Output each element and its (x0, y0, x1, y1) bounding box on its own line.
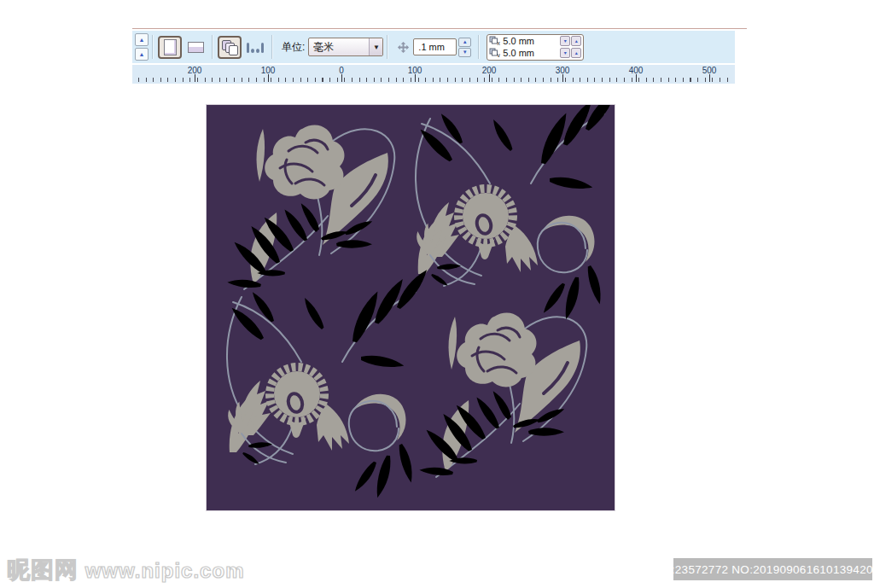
nudge-distance-input[interactable]: .1 mm (413, 38, 457, 55)
watermark-site-url: www.nipic.com (79, 559, 244, 582)
pattern-tile-rose-bottom-right (419, 313, 586, 489)
ruler-major-tick (709, 74, 710, 82)
design-canvas[interactable]: .lf{fill:var(--fol);} .st{stroke:var(--s… (206, 104, 615, 511)
watermark-site-name: 昵图网 (7, 557, 79, 583)
apply-to-all-pages-button[interactable] (218, 36, 242, 59)
floral-pattern-svg: .lf{fill:var(--fol);} .st{stroke:var(--s… (207, 105, 615, 510)
toolbar-scroll-up-button[interactable]: ▲ (135, 33, 149, 46)
units-dropdown[interactable]: 毫米 ▼ (308, 38, 383, 56)
landscape-page-icon (188, 42, 204, 53)
toolbar-separator (478, 35, 480, 59)
landscape-orientation-button[interactable] (184, 36, 207, 59)
ruler-major-tick (195, 74, 195, 82)
horizontal-ruler[interactable]: 2001000100200300400500 (132, 65, 735, 84)
duplicate-x-value[interactable]: 5.0 mm (503, 36, 559, 46)
nudge-offset-icon (397, 41, 410, 54)
duplicate-y-increase-button[interactable]: ▴ (571, 48, 581, 58)
ruler-major-tick (636, 74, 637, 82)
apply-to-current-page-button[interactable] (243, 36, 267, 59)
app-window: ▲ ▲ 单位: 毫米 ▼ (0, 0, 874, 588)
duplicate-y-icon: y (489, 45, 500, 61)
portrait-orientation-button[interactable] (158, 36, 182, 59)
duplicate-x-decrease-button[interactable]: ▾ (560, 36, 570, 46)
duplicate-x-increase-button[interactable]: ▴ (571, 36, 581, 46)
duplicate-distance-group: x 5.0 mm ▾ ▴ y 5.0 mm ▾ ▴ (487, 34, 584, 61)
watermark-site: 昵图网 www.nipic.com (7, 555, 244, 585)
toolbar-scroll-buttons: ▲ ▲ (135, 33, 149, 61)
pattern-tile-rose-top-left (227, 125, 394, 301)
ruler-major-tick (268, 74, 269, 82)
property-bar-top-divider (132, 28, 747, 29)
toolbar-scroll-down-button[interactable]: ▲ (135, 48, 149, 61)
toolbar-separator (387, 35, 388, 59)
ruler-major-tick (489, 74, 490, 82)
svg-text:y: y (498, 52, 501, 58)
image-id-badge: ID:23572772 NO:20190906161013942037 (673, 558, 872, 580)
units-label: 单位: (282, 40, 305, 55)
duplicate-distance-x-row: x 5.0 mm ▾ ▴ (489, 36, 581, 47)
dropdown-arrow-icon[interactable]: ▼ (369, 38, 382, 55)
page-bars-icon (247, 41, 264, 53)
nudge-spinner: ▲ ▼ (458, 38, 471, 57)
ruler-major-tick (341, 74, 342, 82)
stacked-pages-icon (222, 40, 237, 54)
pattern-tile-carnation-top-right (413, 105, 615, 319)
duplicate-y-decrease-button[interactable]: ▾ (560, 48, 570, 58)
toolbar-separator (212, 35, 213, 59)
toolbar-separator (152, 35, 154, 59)
pattern-tile-carnation-bottom-left (224, 270, 431, 498)
portrait-page-icon (164, 39, 177, 55)
toolbar-separator (271, 35, 273, 59)
duplicate-distance-y-row: y 5.0 mm ▾ ▴ (489, 48, 581, 59)
nudge-decrease-button[interactable]: ▼ (458, 48, 471, 57)
property-bar: ▲ ▲ 单位: 毫米 ▼ (132, 31, 735, 63)
duplicate-y-value[interactable]: 5.0 mm (503, 48, 559, 58)
ruler-major-tick (562, 74, 563, 82)
ruler-major-tick (415, 74, 416, 82)
nudge-increase-button[interactable]: ▲ (458, 38, 471, 47)
ruler-minor-ticks (138, 78, 731, 82)
units-dropdown-value: 毫米 (309, 40, 369, 55)
